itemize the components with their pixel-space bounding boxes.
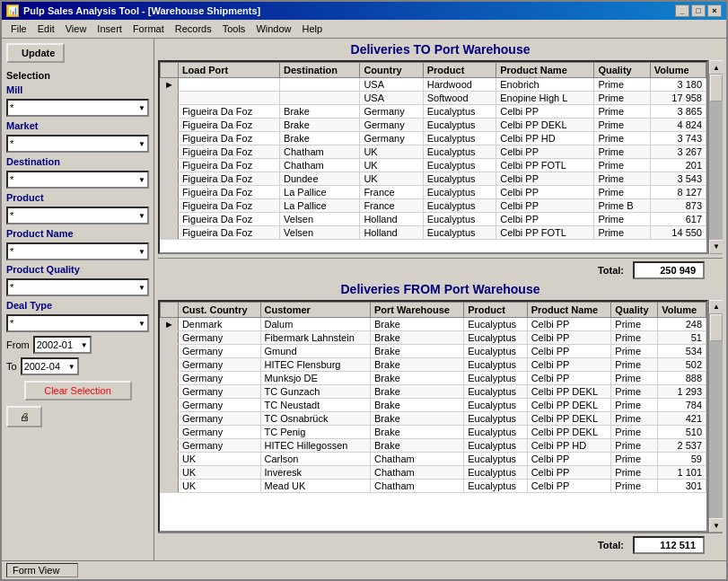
deliveries-from-total-label: Total: bbox=[598, 540, 624, 550]
mill-arrow-icon: ▼ bbox=[138, 104, 145, 112]
cell-load-port: Figueira Da Foz bbox=[178, 199, 279, 213]
cell-quality: Prime bbox=[594, 119, 650, 132]
mill-combo[interactable]: * ▼ bbox=[6, 99, 149, 117]
table-row: ► Denmark Dalum Brake Eucalyptus Celbi P… bbox=[161, 317, 706, 330]
close-button[interactable]: × bbox=[707, 4, 722, 17]
destination-value: * bbox=[10, 174, 13, 185]
cell-product: Eucalyptus bbox=[423, 119, 496, 132]
to-combo[interactable]: 2002-04 ▼ bbox=[21, 357, 79, 375]
product-name-combo[interactable]: * ▼ bbox=[6, 242, 149, 260]
maximize-button[interactable]: □ bbox=[691, 4, 706, 17]
menu-file[interactable]: File bbox=[5, 22, 32, 36]
cell-customer: Munksjo DE bbox=[260, 371, 371, 384]
cell-port-warehouse: Chatham bbox=[371, 465, 464, 479]
menu-view[interactable]: View bbox=[60, 22, 92, 36]
row-indicator bbox=[161, 172, 179, 186]
cell-volume: 888 bbox=[658, 371, 706, 384]
menu-bar: File Edit View Insert Format Records Too… bbox=[2, 20, 726, 39]
deliveries-from-scrollbar[interactable]: ▲ ▼ bbox=[708, 300, 723, 533]
table-row: Figueira Da Foz La Pallice France Eucaly… bbox=[161, 199, 706, 213]
cell-customer: Fibermark Lahnstein bbox=[260, 330, 371, 344]
deal-type-combo[interactable]: * ▼ bbox=[6, 314, 149, 332]
scroll-up-button-from[interactable]: ▲ bbox=[709, 300, 723, 314]
cell-load-port: Figueira Da Foz bbox=[178, 105, 279, 119]
cell-volume: 3 543 bbox=[650, 172, 706, 186]
row-indicator bbox=[161, 371, 179, 384]
menu-format[interactable]: Format bbox=[127, 22, 170, 36]
row-indicator: ► bbox=[161, 78, 179, 92]
col-volume: Volume bbox=[650, 63, 706, 78]
cell-destination: La Pallice bbox=[280, 186, 360, 199]
menu-edit[interactable]: Edit bbox=[32, 22, 60, 36]
from-combo[interactable]: 2002-01 ▼ bbox=[33, 336, 92, 354]
cell-product: Eucalyptus bbox=[423, 186, 496, 199]
row-indicator bbox=[161, 119, 179, 132]
table-row: Germany Gmund Brake Eucalyptus Celbi PP … bbox=[161, 344, 706, 357]
cell-quality: Prime bbox=[594, 132, 650, 145]
deliveries-to-table-wrapper[interactable]: Load Port Destination Country Product Pr… bbox=[160, 62, 706, 252]
cell-product: Eucalyptus bbox=[464, 411, 527, 425]
cell-quality: Prime bbox=[611, 384, 658, 398]
cell-port-warehouse: Brake bbox=[371, 425, 464, 438]
cell-quality: Prime bbox=[611, 317, 658, 330]
col-indicator-header bbox=[161, 63, 179, 78]
cell-port-warehouse: Brake bbox=[371, 398, 464, 411]
cell-product-name: Enopine High L bbox=[496, 92, 594, 105]
scroll-down-button[interactable]: ▼ bbox=[709, 240, 723, 254]
title-controls: _ □ × bbox=[675, 4, 722, 17]
scroll-track bbox=[709, 75, 723, 240]
col-quality: Quality bbox=[594, 63, 650, 78]
col-product-name: Product Name bbox=[496, 63, 594, 78]
clear-selection-button[interactable]: Clear Selection bbox=[24, 381, 132, 401]
cell-product-name: Celbi PP DEKL bbox=[527, 411, 611, 425]
cell-quality: Prime bbox=[611, 479, 658, 492]
cell-port-warehouse: Brake bbox=[371, 411, 464, 425]
col-quality-from: Quality bbox=[611, 302, 658, 317]
scroll-down-button-from[interactable]: ▼ bbox=[709, 518, 723, 533]
cell-quality: Prime bbox=[611, 411, 658, 425]
col-destination: Destination bbox=[280, 63, 360, 78]
scroll-thumb-from[interactable] bbox=[710, 314, 723, 341]
cell-port-warehouse: Chatham bbox=[371, 452, 464, 465]
menu-help[interactable]: Help bbox=[297, 22, 329, 36]
destination-combo[interactable]: * ▼ bbox=[6, 171, 149, 189]
cell-destination: Velsen bbox=[280, 226, 360, 240]
deliveries-from-table-wrapper[interactable]: Cust. Country Customer Port Warehouse Pr… bbox=[160, 302, 706, 531]
deal-type-label: Deal Type bbox=[6, 300, 149, 311]
menu-insert[interactable]: Insert bbox=[92, 22, 127, 36]
scroll-up-button[interactable]: ▲ bbox=[709, 60, 723, 75]
product-combo[interactable]: * ▼ bbox=[6, 207, 149, 224]
product-quality-value: * bbox=[10, 282, 13, 293]
market-combo[interactable]: * ▼ bbox=[6, 135, 149, 153]
minimize-button[interactable]: _ bbox=[675, 4, 689, 17]
cell-product-name: Celbi PP DEKL bbox=[527, 398, 611, 411]
to-arrow-icon: ▼ bbox=[68, 363, 75, 371]
to-value: 2002-04 bbox=[24, 361, 60, 372]
cell-product: Eucalyptus bbox=[423, 172, 496, 186]
cell-product: Eucalyptus bbox=[423, 159, 496, 172]
cell-volume: 301 bbox=[658, 479, 706, 492]
col-customer: Customer bbox=[260, 302, 371, 317]
cell-volume: 784 bbox=[658, 398, 706, 411]
row-indicator bbox=[161, 438, 179, 452]
menu-window[interactable]: Window bbox=[250, 22, 296, 36]
cell-product: Eucalyptus bbox=[423, 132, 496, 145]
cell-cust-country: Germany bbox=[178, 425, 260, 438]
table-row: Figueira Da Foz Dundee UK Eucalyptus Cel… bbox=[161, 172, 706, 186]
menu-records[interactable]: Records bbox=[170, 22, 217, 36]
table-row: Germany Munksjo DE Brake Eucalyptus Celb… bbox=[161, 371, 706, 384]
print-button[interactable]: 🖨 bbox=[6, 406, 42, 427]
cell-customer: Mead UK bbox=[260, 479, 371, 492]
update-button[interactable]: Update bbox=[6, 43, 65, 63]
cell-load-port: Figueira Da Foz bbox=[178, 172, 279, 186]
product-quality-combo[interactable]: * ▼ bbox=[6, 278, 149, 296]
col-port-warehouse: Port Warehouse bbox=[371, 302, 464, 317]
deliveries-to-scrollbar[interactable]: ▲ ▼ bbox=[708, 60, 723, 254]
cell-port-warehouse: Brake bbox=[371, 384, 464, 398]
cell-product-name: Celbi PP DEKL bbox=[527, 425, 611, 438]
scroll-thumb[interactable] bbox=[710, 75, 723, 101]
menu-tools[interactable]: Tools bbox=[217, 22, 251, 36]
product-name-label: Product Name bbox=[6, 228, 149, 239]
cell-product: Eucalyptus bbox=[464, 344, 527, 357]
cell-product: Eucalyptus bbox=[464, 384, 527, 398]
